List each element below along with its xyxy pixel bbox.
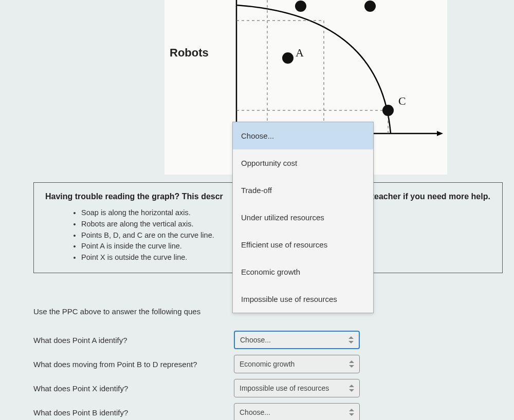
svg-point-10 [282,52,293,64]
y-axis-label: Robots [170,46,209,60]
svg-marker-2 [437,131,443,136]
answer-dropdown-point-x[interactable]: Impossible use of resources [234,379,360,397]
dropdown-value: Choose... [240,336,271,344]
question-text: What does Point A identify? [33,336,234,345]
question-text: What does Point B identify? [33,408,234,417]
sort-icon [348,336,354,343]
desc-title-left: Having trouble reading the graph? This d… [45,192,223,201]
question-text: What does moving from Point B to D repre… [33,360,234,369]
dropdown-option-impossible[interactable]: Impossible use of resources [233,285,373,313]
question-row: What does Point A identify? Choose... [33,331,403,349]
dropdown-option-opportunity-cost[interactable]: Opportunity cost [233,149,373,177]
instructions-text: Use the PPC above to answer the followin… [33,307,200,316]
dropdown-option-choose[interactable]: Choose... [233,122,373,149]
dropdown-option-economic-growth[interactable]: Economic growth [233,258,373,285]
sort-icon [349,409,354,416]
point-label-c: C [398,94,406,108]
question-row: What does Point B identify? Choose... [33,403,403,420]
question-row: What does Point X identify? Impossible u… [33,379,403,397]
dropdown-menu-open[interactable]: Choose... Opportunity cost Trade-off Und… [232,122,374,313]
dropdown-value: Impossible use of resources [240,384,329,392]
answer-dropdown-b-to-d[interactable]: Economic growth [234,355,360,373]
answer-dropdown-point-b[interactable]: Choose... [234,403,360,420]
desc-title-right: teacher if you need more help. [372,192,490,201]
point-label-a: A [296,46,304,60]
question-text: What does Point X identify? [33,384,234,393]
dropdown-option-under-utilized[interactable]: Under utilized resources [233,204,373,231]
sort-icon [349,385,354,392]
dropdown-value: Economic growth [240,360,295,368]
question-row: What does moving from Point B to D repre… [33,355,403,373]
sort-icon [349,360,354,368]
svg-point-8 [295,1,306,12]
svg-point-9 [364,1,376,12]
svg-point-11 [382,105,394,116]
dropdown-option-trade-off[interactable]: Trade-off [233,177,373,204]
answer-dropdown-point-a[interactable]: Choose... [234,331,360,349]
dropdown-value: Choose... [240,408,270,416]
dropdown-option-efficient[interactable]: Efficient use of resources [233,231,373,258]
questions-section: What does Point A identify? Choose... Wh… [33,331,403,420]
